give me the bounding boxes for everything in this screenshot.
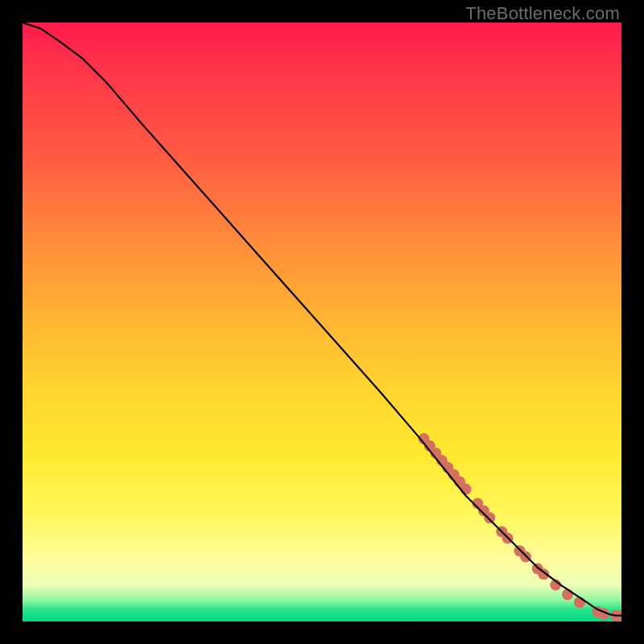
chart-svg [23,23,621,621]
main-curve [23,23,621,616]
watermark-text: TheBottleneck.com [465,3,620,24]
marker-dot [460,484,472,495]
plot-area [23,23,621,621]
marker-dot [484,512,495,523]
markers-group [419,433,622,621]
chart-frame: TheBottleneck.com [0,0,644,644]
